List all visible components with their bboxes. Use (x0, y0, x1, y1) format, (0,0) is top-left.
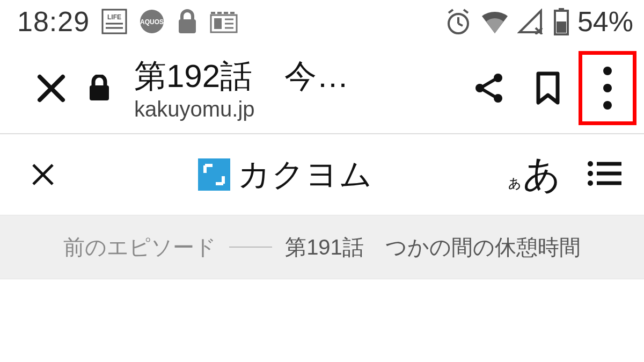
svg-rect-6 (179, 19, 196, 33)
svg-rect-22 (559, 8, 564, 11)
alarm-icon (444, 8, 472, 35)
browser-toolbar: 第192話 今… kakuyomu.jp (0, 43, 644, 134)
dot-icon (603, 101, 612, 110)
svg-line-30 (483, 79, 495, 86)
svg-point-34 (588, 161, 593, 166)
status-bar: 18:29 LIFE AQUOS 54% (0, 0, 644, 43)
share-button[interactable] (459, 59, 518, 118)
bookmark-button[interactable] (518, 59, 577, 118)
signal-icon (517, 9, 545, 34)
address-title-block[interactable]: 第192話 今… kakuyomu.jp (134, 55, 459, 121)
overflow-menu-highlight (579, 51, 636, 125)
content-area (0, 279, 644, 362)
reader-close-button[interactable] (21, 162, 64, 187)
battery-percent: 54% (577, 5, 633, 38)
svg-line-19 (449, 10, 453, 13)
status-lock-icon (177, 9, 198, 34)
svg-rect-12 (214, 18, 222, 29)
font-size-button[interactable]: ぁあ (506, 149, 561, 200)
svg-line-18 (458, 24, 463, 26)
svg-point-36 (588, 171, 593, 176)
site-logo[interactable]: カクヨム (64, 153, 506, 197)
logo-mark-icon (198, 158, 230, 191)
overflow-menu-button[interactable] (603, 67, 612, 110)
divider-icon (229, 247, 272, 248)
font-size-big-label: あ (523, 149, 561, 200)
prev-episode-title: 第191話 つかの間の休憩時間 (285, 233, 581, 262)
font-size-small-label: ぁ (506, 171, 523, 193)
lock-icon[interactable] (80, 59, 118, 118)
prev-episode-label: 前のエピソード (63, 233, 216, 262)
page-domain: kakuyomu.jp (134, 97, 459, 121)
wifi-icon (480, 9, 510, 34)
life-app-icon: LIFE (101, 9, 127, 34)
svg-text:AQUOS: AQUOS (140, 18, 164, 26)
news-icon (210, 10, 238, 33)
close-tab-button[interactable] (21, 59, 80, 118)
toc-button[interactable] (587, 160, 623, 190)
svg-point-38 (588, 180, 593, 186)
page-title: 第192話 今… (134, 55, 459, 98)
svg-line-20 (464, 10, 468, 13)
site-header: カクヨム ぁあ (0, 134, 644, 215)
svg-line-31 (483, 90, 495, 97)
battery-icon (553, 8, 570, 35)
status-clock: 18:29 (17, 5, 90, 38)
dot-icon (603, 84, 612, 92)
aquos-icon: AQUOS (139, 9, 165, 34)
svg-rect-23 (557, 21, 566, 33)
logo-text: カクヨム (238, 153, 373, 197)
prev-episode-link[interactable]: 前のエピソード 第191話 つかの間の休憩時間 (0, 215, 644, 279)
dot-icon (603, 67, 612, 75)
svg-rect-26 (90, 85, 109, 100)
svg-text:LIFE: LIFE (107, 13, 121, 21)
